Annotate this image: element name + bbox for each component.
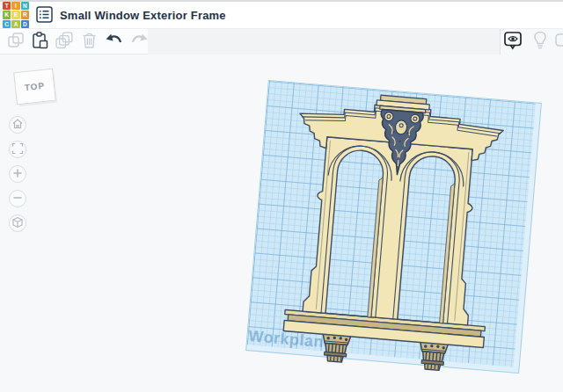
cut-off-button[interactable] <box>553 31 563 52</box>
perspective-toggle-button[interactable] <box>9 214 26 232</box>
logo-tile: D <box>21 20 29 28</box>
viewcube[interactable]: TOP <box>13 69 56 105</box>
redo-button[interactable] <box>128 31 150 52</box>
eye-bubble-icon <box>503 31 523 53</box>
logo-tile: I <box>11 2 19 10</box>
tinkercad-logo[interactable]: T I N K E R C A D <box>3 2 29 28</box>
window-frame-model[interactable] <box>269 86 513 392</box>
undo-button[interactable] <box>104 31 125 52</box>
corbel <box>321 333 351 363</box>
toolbar <box>0 29 563 54</box>
undo-arrow-icon <box>106 33 123 49</box>
logo-tile: E <box>11 11 19 18</box>
home-icon <box>11 118 24 133</box>
copy-button[interactable] <box>5 31 26 52</box>
paste-icon <box>32 32 48 52</box>
minus-icon <box>11 192 24 207</box>
hide-selected-button[interactable] <box>502 31 523 52</box>
design-title[interactable]: Small Window Exterior Frame <box>60 9 226 22</box>
zoom-out-button[interactable] <box>9 190 26 207</box>
show-all-button[interactable] <box>530 31 551 52</box>
zoom-in-button[interactable] <box>9 165 26 183</box>
fit-view-icon <box>11 142 24 157</box>
toolbar-mid-panel <box>148 29 500 54</box>
copy-icon <box>8 33 24 51</box>
fit-view-button[interactable] <box>9 141 26 158</box>
trash-icon <box>82 32 97 51</box>
logo-tile: T <box>3 2 11 10</box>
lightbulb-icon <box>532 31 548 52</box>
redo-arrow-icon <box>130 33 148 49</box>
list-icon <box>36 12 53 25</box>
delete-button[interactable] <box>78 31 99 52</box>
plus-icon <box>11 167 24 182</box>
workplane[interactable]: Workplane <box>245 80 542 374</box>
logo-tile: N <box>21 2 29 10</box>
cut-off-icon <box>554 31 563 53</box>
logo-tile: A <box>11 20 19 28</box>
logo-tile: K <box>3 11 11 18</box>
paste-button[interactable] <box>29 31 50 52</box>
logo-tile: C <box>3 20 11 28</box>
header: T I N K E R C A D Small Window Exterior … <box>0 2 563 29</box>
duplicate-button[interactable] <box>54 31 75 52</box>
logo-tile: R <box>21 11 29 18</box>
viewcube-face-label: TOP <box>24 81 45 92</box>
perspective-cube-icon <box>11 216 24 231</box>
viewport-canvas[interactable]: TOP <box>0 55 563 392</box>
design-menu-button[interactable] <box>35 6 53 24</box>
duplicate-icon <box>55 32 73 52</box>
home-view-button[interactable] <box>9 116 26 134</box>
